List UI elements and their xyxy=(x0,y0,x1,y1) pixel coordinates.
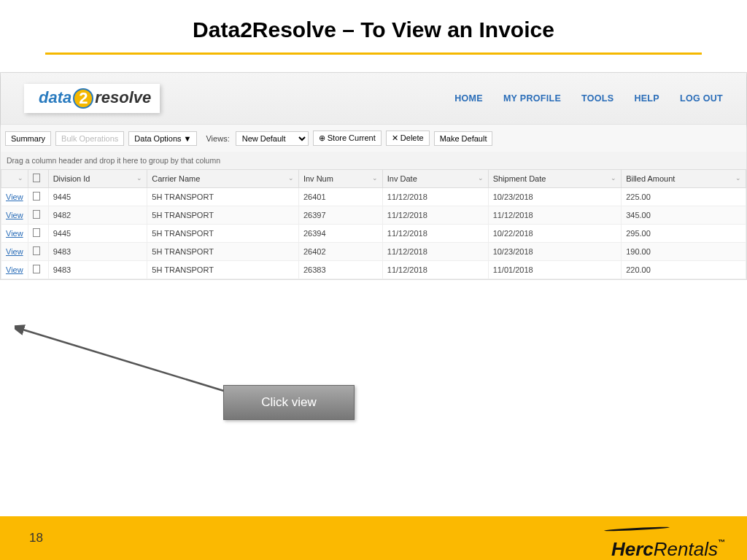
toolbar: Summary Bulk Operations Data Options ▼ V… xyxy=(1,124,746,152)
cell-shipdate: 11/01/2018 xyxy=(488,261,622,279)
table-row: View94455H TRANSPORT2639411/12/201810/22… xyxy=(1,225,746,243)
chevron-down-icon: ⌄ xyxy=(372,174,378,182)
chevron-down-icon: ⌄ xyxy=(288,174,294,182)
cell-carrier: 5H TRANSPORT xyxy=(147,261,299,279)
cell-division: 9445 xyxy=(48,188,147,206)
cell-billed: 190.00 xyxy=(622,243,746,261)
view-link[interactable]: View xyxy=(6,247,23,256)
cell-invdate: 11/12/2018 xyxy=(382,206,488,225)
slide-title: Data2Resolve – To View an Invoice xyxy=(0,0,747,52)
cell-carrier: 5H TRANSPORT xyxy=(147,225,299,243)
slide-footer: 18 HercRentals™ xyxy=(0,516,747,560)
cell-invdate: 11/12/2018 xyxy=(382,225,488,243)
cell-carrier: 5H TRANSPORT xyxy=(147,243,299,261)
checkbox-icon[interactable] xyxy=(33,192,40,201)
chevron-down-icon: ⌄ xyxy=(478,174,484,182)
chevron-down-icon: ⌄ xyxy=(611,174,616,182)
grouping-hint: Drag a column header and drop it here to… xyxy=(1,152,746,169)
view-link[interactable]: View xyxy=(6,211,23,219)
checkbox-icon[interactable] xyxy=(33,246,40,255)
cell-shipdate: 11/12/2018 xyxy=(488,206,622,225)
store-current-button[interactable]: ⊕ Store Current xyxy=(313,131,382,146)
checkbox-icon[interactable] xyxy=(33,265,40,273)
cell-shipdate: 10/22/2018 xyxy=(488,225,622,243)
col-carrier-name[interactable]: Carrier Name⌄ xyxy=(147,170,299,188)
nav-logout[interactable]: LOG OUT xyxy=(680,93,723,104)
logo-badge-icon: 2 xyxy=(73,88,93,109)
view-link[interactable]: View xyxy=(6,265,23,274)
col-checkbox[interactable] xyxy=(28,170,48,188)
col-inv-num[interactable]: Inv Num⌄ xyxy=(298,170,382,188)
col-division-id[interactable]: Division Id⌄ xyxy=(48,170,147,188)
cell-division: 9445 xyxy=(48,225,147,243)
cell-invnum: 26394 xyxy=(298,225,382,243)
page-number: 18 xyxy=(29,531,43,545)
chevron-down-icon: ⌄ xyxy=(136,174,142,182)
callout-arrow-icon xyxy=(15,324,233,397)
cell-invnum: 26401 xyxy=(298,188,382,206)
nav-help[interactable]: HELP xyxy=(634,93,659,104)
checkbox-icon[interactable] xyxy=(33,174,40,182)
cell-shipdate: 10/23/2018 xyxy=(488,188,622,206)
cell-division: 9482 xyxy=(48,206,147,225)
table-row: View94825H TRANSPORT2639711/12/201811/12… xyxy=(1,206,746,225)
cell-invdate: 11/12/2018 xyxy=(382,261,488,279)
col-billed-amount[interactable]: Billed Amount⌄ xyxy=(622,170,746,188)
callout-box: Click view xyxy=(223,385,355,420)
table-row: View94835H TRANSPORT2640211/12/201810/23… xyxy=(1,243,746,261)
view-link[interactable]: View xyxy=(6,229,23,238)
cell-billed: 220.00 xyxy=(622,261,746,279)
swoosh-icon xyxy=(604,526,670,532)
nav-tools[interactable]: TOOLS xyxy=(581,93,614,104)
logo-right: resolve xyxy=(95,88,151,106)
table-row: View94455H TRANSPORT2640111/12/201810/23… xyxy=(1,188,746,206)
delete-button[interactable]: ✕ Delete xyxy=(386,131,430,146)
svg-line-0 xyxy=(20,329,226,392)
col-shipment-date[interactable]: Shipment Date⌄ xyxy=(488,170,622,188)
plus-icon: ⊕ xyxy=(319,133,328,142)
cell-invnum: 26402 xyxy=(298,243,382,261)
x-icon: ✕ xyxy=(392,133,400,142)
cell-billed: 225.00 xyxy=(622,188,746,206)
views-select[interactable]: New Default xyxy=(236,131,309,146)
invoice-table: ⌄ Division Id⌄ Carrier Name⌄ Inv Num⌄ In… xyxy=(1,169,746,279)
checkbox-icon[interactable] xyxy=(33,228,40,237)
nav-my-profile[interactable]: MY PROFILE xyxy=(503,93,561,104)
cell-billed: 295.00 xyxy=(622,225,746,243)
cell-invnum: 26383 xyxy=(298,261,382,279)
cell-division: 9483 xyxy=(48,261,147,279)
summary-button[interactable]: Summary xyxy=(5,131,51,146)
cell-carrier: 5H TRANSPORT xyxy=(147,206,299,225)
views-label: Views: xyxy=(206,134,229,143)
col-view[interactable]: ⌄ xyxy=(1,170,28,188)
nav-home[interactable]: HOME xyxy=(454,93,483,104)
top-nav: HOME MY PROFILE TOOLS HELP LOG OUT xyxy=(454,93,723,104)
chevron-down-icon: ⌄ xyxy=(735,174,741,182)
cell-invnum: 26397 xyxy=(298,206,382,225)
make-default-button[interactable]: Make Default xyxy=(434,131,493,146)
cell-invdate: 11/12/2018 xyxy=(382,188,488,206)
bulk-operations-button: Bulk Operations xyxy=(55,131,124,146)
cell-division: 9483 xyxy=(48,243,147,261)
chevron-down-icon: ⌄ xyxy=(18,174,23,182)
cell-billed: 345.00 xyxy=(622,206,746,225)
cell-carrier: 5H TRANSPORT xyxy=(147,188,299,206)
brand-logo: HercRentals™ xyxy=(611,516,725,560)
logo-left: data xyxy=(39,88,71,106)
cell-invdate: 11/12/2018 xyxy=(382,243,488,261)
app-container: data2resolve HOME MY PROFILE TOOLS HELP … xyxy=(0,72,747,280)
col-inv-date[interactable]: Inv Date⌄ xyxy=(382,170,488,188)
view-link[interactable]: View xyxy=(6,192,23,201)
cell-shipdate: 10/23/2018 xyxy=(488,243,622,261)
data-options-button[interactable]: Data Options ▼ xyxy=(128,131,197,146)
logo: data2resolve xyxy=(24,84,160,113)
title-rule xyxy=(45,52,702,55)
table-row: View94835H TRANSPORT2638311/12/201811/01… xyxy=(1,261,746,279)
checkbox-icon[interactable] xyxy=(33,210,40,219)
app-header: data2resolve HOME MY PROFILE TOOLS HELP … xyxy=(1,73,746,124)
